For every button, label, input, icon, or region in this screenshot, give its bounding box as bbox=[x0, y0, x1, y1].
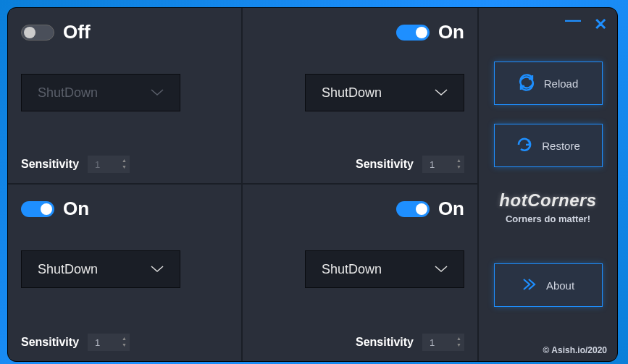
action-select-value: ShutDown bbox=[38, 85, 98, 101]
reload-icon bbox=[518, 74, 535, 93]
restore-button[interactable]: Restore bbox=[494, 124, 603, 167]
brand-title: hotCorners bbox=[499, 190, 596, 211]
sensitivity-label: Sensitivity bbox=[21, 158, 79, 171]
chevron-down-icon bbox=[151, 263, 164, 276]
about-label: About bbox=[546, 279, 574, 292]
stepper-arrows-icon: ▲▼ bbox=[122, 157, 127, 170]
enable-toggle[interactable] bbox=[396, 25, 430, 41]
action-select-value: ShutDown bbox=[38, 262, 98, 277]
close-button[interactable]: ✕ bbox=[594, 15, 607, 34]
sensitivity-value: 1 bbox=[430, 159, 435, 170]
app-window: Off ShutDown Sensitivity 1 ▲▼ On ShutDow bbox=[7, 7, 618, 362]
toggle-label: On bbox=[438, 198, 464, 220]
toggle-row: On bbox=[256, 21, 464, 43]
enable-toggle[interactable] bbox=[396, 201, 430, 217]
corner-top-right: On ShutDown Sensitivity 1 ▲▼ bbox=[243, 8, 477, 185]
action-select-value: ShutDown bbox=[322, 85, 382, 101]
minimize-button[interactable]: — bbox=[565, 15, 581, 34]
enable-toggle[interactable] bbox=[21, 201, 54, 217]
sensitivity-stepper[interactable]: 1 ▲▼ bbox=[422, 156, 464, 173]
action-select[interactable]: ShutDown bbox=[305, 74, 464, 111]
chevron-down-icon bbox=[435, 86, 448, 99]
corner-top-left: Off ShutDown Sensitivity 1 ▲▼ bbox=[8, 8, 243, 185]
sensitivity-stepper[interactable]: 1 ▲▼ bbox=[88, 156, 130, 173]
action-select-value: ShutDown bbox=[322, 262, 382, 277]
sensitivity-value: 1 bbox=[95, 159, 100, 170]
corner-bottom-left: On ShutDown Sensitivity 1 ▲▼ bbox=[8, 185, 243, 361]
sensitivity-label: Sensitivity bbox=[356, 158, 414, 171]
stepper-arrows-icon: ▲▼ bbox=[456, 335, 461, 348]
toggle-label: On bbox=[63, 198, 89, 220]
about-button[interactable]: About bbox=[494, 263, 603, 307]
restore-icon bbox=[516, 136, 533, 156]
enable-toggle[interactable] bbox=[21, 25, 54, 41]
about-icon bbox=[522, 278, 537, 293]
brand-box: hotCorners Corners do matter! bbox=[499, 190, 596, 224]
sensitivity-stepper[interactable]: 1 ▲▼ bbox=[422, 334, 464, 351]
action-select[interactable]: ShutDown bbox=[305, 250, 464, 288]
corners-grid: Off ShutDown Sensitivity 1 ▲▼ On ShutDow bbox=[8, 8, 477, 361]
sensitivity-stepper[interactable]: 1 ▲▼ bbox=[88, 334, 130, 351]
corner-bottom-right: On ShutDown Sensitivity 1 ▲▼ bbox=[243, 185, 477, 361]
window-controls: — ✕ bbox=[565, 15, 607, 34]
sensitivity-row: Sensitivity 1 ▲▼ bbox=[21, 321, 228, 351]
reload-button[interactable]: Reload bbox=[494, 62, 603, 105]
chevron-down-icon bbox=[151, 86, 164, 99]
toggle-row: On bbox=[21, 198, 228, 220]
sensitivity-label: Sensitivity bbox=[356, 336, 414, 349]
toggle-row: Off bbox=[21, 21, 228, 43]
chevron-down-icon bbox=[435, 263, 448, 276]
toggle-label: Off bbox=[63, 21, 91, 43]
sidebar: — ✕ Reload Restore bbox=[477, 8, 617, 361]
restore-label: Restore bbox=[542, 140, 580, 152]
sensitivity-value: 1 bbox=[95, 337, 100, 348]
sensitivity-label: Sensitivity bbox=[21, 336, 79, 349]
reload-label: Reload bbox=[544, 77, 579, 90]
sensitivity-row: Sensitivity 1 ▲▼ bbox=[256, 321, 464, 351]
stepper-arrows-icon: ▲▼ bbox=[456, 157, 461, 170]
brand-tagline: Corners do matter! bbox=[499, 213, 596, 224]
action-select[interactable]: ShutDown bbox=[21, 250, 180, 288]
sensitivity-row: Sensitivity 1 ▲▼ bbox=[21, 143, 228, 173]
sensitivity-value: 1 bbox=[430, 337, 435, 348]
action-select[interactable]: ShutDown bbox=[21, 74, 180, 111]
stepper-arrows-icon: ▲▼ bbox=[122, 335, 127, 348]
toggle-row: On bbox=[256, 198, 464, 220]
toggle-label: On bbox=[438, 21, 464, 43]
sensitivity-row: Sensitivity 1 ▲▼ bbox=[256, 143, 464, 173]
copyright-text: © Asish.io/2020 bbox=[543, 339, 607, 355]
